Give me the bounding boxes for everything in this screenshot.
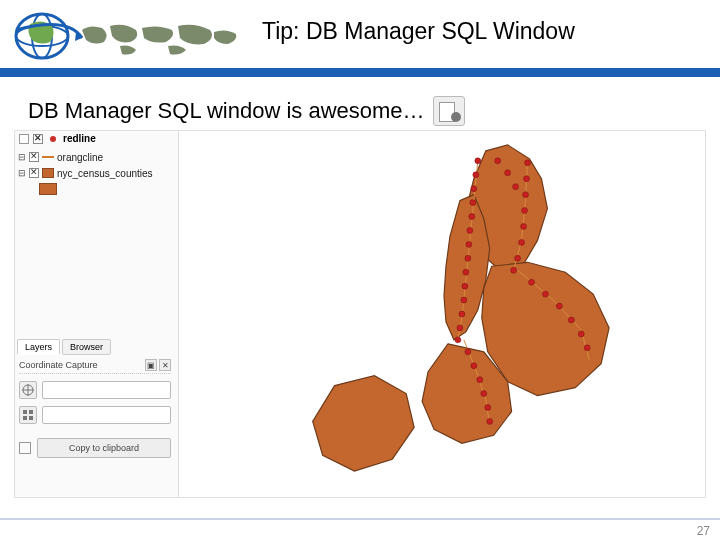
svg-point-46 bbox=[505, 170, 511, 176]
crs-picker-button[interactable] bbox=[19, 381, 37, 399]
svg-point-20 bbox=[462, 283, 468, 289]
svg-point-18 bbox=[465, 255, 471, 261]
map-canvas[interactable] bbox=[179, 131, 705, 497]
svg-point-14 bbox=[470, 200, 476, 206]
worldmap-icon bbox=[80, 20, 240, 60]
svg-point-39 bbox=[465, 349, 471, 355]
layer-tree: ⊟ orangcline ⊟ nyc_census_counties bbox=[17, 149, 153, 197]
svg-point-43 bbox=[485, 405, 491, 411]
page-number: 27 bbox=[697, 524, 710, 538]
tracking-button[interactable] bbox=[19, 406, 37, 424]
coordinate-capture-panel: Coordinate Capture ▣ ✕ Copy bbox=[19, 359, 171, 458]
svg-point-29 bbox=[521, 223, 527, 229]
counties-legend-swatch-icon bbox=[39, 183, 57, 195]
map-svg bbox=[179, 131, 705, 497]
svg-point-23 bbox=[457, 325, 463, 331]
svg-point-37 bbox=[578, 331, 584, 337]
svg-point-41 bbox=[477, 377, 483, 383]
logo-area bbox=[10, 6, 240, 64]
coord-input-1[interactable] bbox=[42, 381, 171, 399]
layer-name: nyc_census_counties bbox=[57, 168, 153, 179]
svg-point-16 bbox=[467, 227, 473, 233]
coord-row-2 bbox=[19, 406, 171, 424]
svg-point-38 bbox=[584, 345, 590, 351]
layer-tree-row[interactable]: ⊟ nyc_census_counties bbox=[17, 165, 153, 181]
svg-point-35 bbox=[556, 303, 562, 309]
slide-header: Tip: DB Manager SQL Window bbox=[0, 0, 720, 78]
panel-menu-icon[interactable] bbox=[19, 134, 29, 144]
svg-point-36 bbox=[568, 317, 574, 323]
redline-swatch-icon bbox=[47, 134, 59, 144]
svg-point-27 bbox=[523, 192, 529, 198]
start-capture-checkbox[interactable] bbox=[19, 442, 31, 454]
tree-expander-icon[interactable]: ⊟ bbox=[17, 168, 26, 178]
svg-point-28 bbox=[522, 208, 528, 214]
layer-visibility-checkbox[interactable] bbox=[29, 152, 39, 162]
svg-point-34 bbox=[542, 291, 548, 297]
svg-point-12 bbox=[473, 172, 479, 178]
layers-panel: redline ⊟ orangcline ⊟ nyc_census_counti… bbox=[15, 131, 179, 497]
svg-point-45 bbox=[495, 158, 501, 164]
counties-swatch-icon bbox=[42, 168, 54, 178]
coordinate-capture-title-bar: Coordinate Capture ▣ ✕ bbox=[19, 359, 171, 374]
panel-close-icon[interactable]: ✕ bbox=[159, 359, 171, 371]
qgis-screenshot: redline ⊟ orangcline ⊟ nyc_census_counti… bbox=[14, 130, 706, 498]
title-underline bbox=[0, 68, 720, 77]
svg-point-44 bbox=[487, 418, 493, 424]
svg-rect-10 bbox=[29, 416, 33, 420]
layer-visibility-checkbox[interactable] bbox=[33, 134, 43, 144]
svg-point-21 bbox=[461, 297, 467, 303]
svg-point-24 bbox=[455, 337, 461, 343]
layer-symbol-row bbox=[17, 181, 153, 197]
panel-undock-icon[interactable]: ▣ bbox=[145, 359, 157, 371]
svg-point-13 bbox=[471, 186, 477, 192]
svg-point-40 bbox=[471, 363, 477, 369]
svg-point-32 bbox=[511, 267, 517, 273]
tab-layers[interactable]: Layers bbox=[17, 339, 60, 355]
subtitle-row: DB Manager SQL window is awesome… bbox=[28, 96, 465, 126]
subtitle-text: DB Manager SQL window is awesome… bbox=[28, 98, 425, 124]
svg-rect-7 bbox=[23, 410, 27, 414]
svg-rect-8 bbox=[29, 410, 33, 414]
svg-point-31 bbox=[515, 255, 521, 261]
svg-point-33 bbox=[529, 279, 535, 285]
svg-rect-9 bbox=[23, 416, 27, 420]
orangeline-swatch-icon bbox=[42, 152, 54, 162]
svg-point-30 bbox=[519, 239, 525, 245]
copy-to-clipboard-button[interactable]: Copy to clipboard bbox=[37, 438, 171, 458]
svg-point-11 bbox=[475, 158, 481, 164]
svg-point-17 bbox=[466, 241, 472, 247]
svg-point-42 bbox=[481, 391, 487, 397]
panel-tabs: Layers Browser bbox=[17, 339, 111, 355]
layer-name[interactable]: redline bbox=[63, 133, 96, 144]
footer-divider bbox=[0, 518, 720, 520]
svg-point-25 bbox=[525, 160, 531, 166]
coordinate-capture-title: Coordinate Capture bbox=[19, 360, 98, 370]
slide-title: Tip: DB Manager SQL Window bbox=[262, 18, 575, 45]
tree-expander-icon[interactable]: ⊟ bbox=[17, 152, 26, 162]
svg-point-26 bbox=[524, 176, 530, 182]
layer-visibility-checkbox[interactable] bbox=[29, 168, 39, 178]
svg-point-19 bbox=[463, 269, 469, 275]
layer-tree-row[interactable]: ⊟ orangcline bbox=[17, 149, 153, 165]
svg-point-47 bbox=[513, 184, 519, 190]
copy-row: Copy to clipboard bbox=[19, 438, 171, 458]
coord-row-1 bbox=[19, 381, 171, 399]
sql-window-icon bbox=[433, 96, 465, 126]
coord-input-2[interactable] bbox=[42, 406, 171, 424]
globe-icon bbox=[10, 8, 88, 64]
layer-name: orangcline bbox=[57, 152, 103, 163]
svg-point-22 bbox=[459, 311, 465, 317]
tab-browser[interactable]: Browser bbox=[62, 339, 111, 355]
svg-point-15 bbox=[469, 214, 475, 220]
layers-panel-header: redline bbox=[19, 133, 96, 144]
